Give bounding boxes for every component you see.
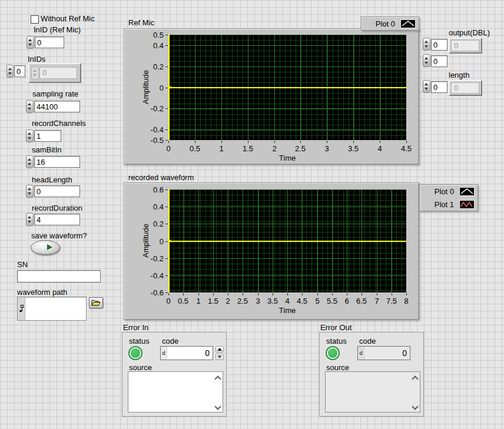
y-tick-label: -0.2 [141, 254, 164, 263]
y-tick-mark [165, 275, 168, 276]
ref-mic-graph-title: Ref Mic [128, 19, 154, 27]
radix-indicator[interactable]: d [161, 347, 167, 360]
sampling-rate-input[interactable] [34, 101, 80, 112]
y-tick-label: 0.4 [141, 41, 164, 50]
legend-entry-label: Plot 1 [435, 200, 454, 209]
y-tick-label: 0 [141, 84, 164, 92]
plot-style-icon[interactable] [459, 200, 475, 209]
recorded-waveform-plot-area[interactable]: × [168, 189, 406, 292]
x-tick-mark [347, 293, 347, 295]
y-tick-mark [165, 45, 168, 46]
ref-mic-plot-area[interactable]: × [168, 35, 406, 140]
without-ref-mic-checkbox[interactable] [31, 15, 39, 24]
legend-entry[interactable]: Plot 0 [420, 185, 478, 198]
error-in-code-value: 0 [205, 348, 213, 358]
y-tick-mark [165, 66, 168, 67]
length-index-input[interactable] [431, 81, 447, 93]
x-tick-label: 3 [324, 144, 329, 153]
y-tick-label: 0.2 [141, 62, 164, 71]
output-dbl-index1-spinner[interactable] [423, 38, 430, 51]
legend-entry[interactable]: Plot 1 [420, 198, 478, 211]
x-tick-mark [168, 141, 169, 143]
inid-spinner[interactable] [26, 36, 34, 49]
x-tick-mark [248, 141, 248, 143]
error-out-status-label: status [326, 337, 347, 345]
legend-entry[interactable]: Plot 0 [362, 17, 419, 30]
sn-input[interactable] [17, 270, 101, 282]
x-tick-mark [353, 141, 354, 143]
x-tick-label: 7 [374, 297, 379, 305]
y-tick-mark [165, 207, 168, 207]
x-tick-mark [183, 293, 184, 295]
y-tick-mark [165, 241, 168, 242]
error-out-source-label: source [326, 364, 349, 372]
output-dbl-index1-input[interactable] [431, 39, 447, 51]
output-dbl-index2-spinner[interactable] [423, 54, 430, 67]
error-in-status-label: status [129, 337, 150, 345]
sam-bit-in-input[interactable] [34, 156, 80, 168]
length-index-spinner[interactable] [423, 80, 430, 93]
head-length-spinner[interactable] [26, 185, 34, 198]
plot-style-icon[interactable] [400, 19, 416, 28]
record-channels-spinner[interactable] [26, 129, 34, 142]
x-tick-label: 1.5 [243, 144, 253, 153]
x-tick-mark [243, 293, 243, 295]
save-waveform-toggle-button[interactable] [31, 240, 60, 255]
output-dbl-element-value: 0 [451, 40, 479, 51]
x-tick-mark [213, 293, 214, 295]
sampling-rate-spinner[interactable] [26, 100, 34, 113]
output-dbl-index2-input[interactable] [431, 55, 447, 67]
x-tick-label: 6.5 [356, 297, 367, 305]
record-duration-spinner[interactable] [26, 213, 34, 226]
x-tick-label: 2.5 [295, 144, 306, 153]
x-tick-label: 1 [196, 297, 200, 305]
y-tick-mark [165, 258, 168, 259]
error-out-code-field: d 0 [357, 346, 410, 360]
plot-origin-marker: × [168, 85, 172, 91]
recorded-waveform-graph-title: recorded waveform [128, 174, 194, 182]
plot-style-icon[interactable] [459, 187, 475, 196]
browse-path-button[interactable] [89, 297, 103, 308]
x-tick-mark [392, 293, 392, 295]
error-in-status-led[interactable] [131, 348, 140, 358]
y-tick-label: 0.6 [141, 185, 164, 194]
inids-index-input[interactable] [14, 65, 25, 77]
folder-open-icon [91, 300, 101, 306]
x-tick-mark [380, 141, 380, 143]
y-tick-mark [165, 140, 168, 141]
x-tick-label: 3.5 [267, 297, 278, 305]
y-tick-label: -0.4 [141, 271, 164, 280]
grid-major-line [168, 45, 406, 46]
labview-front-panel: Without Ref Mic InID (Ref Mic) InIDs 0 s… [0, 0, 504, 429]
x-tick-mark [168, 293, 169, 295]
error-in-code-decrement-button[interactable] [215, 354, 224, 360]
y-tick-mark [165, 108, 168, 109]
inid-input[interactable] [35, 36, 64, 48]
x-tick-label: 3 [256, 297, 260, 305]
head-length-input[interactable] [34, 185, 80, 197]
error-in-source-textarea[interactable] [128, 371, 223, 413]
x-tick-mark [300, 141, 301, 143]
sam-bit-in-spinner[interactable] [26, 155, 34, 168]
plot-zero-line [168, 87, 406, 88]
waveform-path-input[interactable] [17, 297, 87, 321]
record-duration-input[interactable] [34, 214, 80, 225]
x-tick-mark [332, 293, 333, 295]
grid-major-line [168, 108, 406, 109]
error-in-code-field[interactable]: d 0 [160, 346, 213, 360]
legend-entry-label: Plot 0 [435, 187, 454, 196]
x-tick-mark [377, 293, 377, 295]
inids-index-spinner[interactable] [6, 65, 14, 78]
x-tick-mark [228, 293, 228, 295]
x-tick-label: 4 [285, 297, 289, 305]
error-out-title: Error Out [320, 324, 352, 332]
y-tick-label: -0.6 [141, 288, 164, 297]
inids-element-value[interactable]: 0 [39, 67, 77, 79]
x-tick-mark [302, 293, 303, 295]
error-in-code-increment-button[interactable] [215, 346, 224, 352]
x-tick-mark [221, 141, 222, 143]
inids-element-spinner[interactable] [31, 66, 39, 79]
sam-bit-in-label: samBitIn [32, 146, 62, 154]
record-channels-input[interactable] [34, 130, 61, 142]
inids-label: InIDs [28, 55, 45, 64]
